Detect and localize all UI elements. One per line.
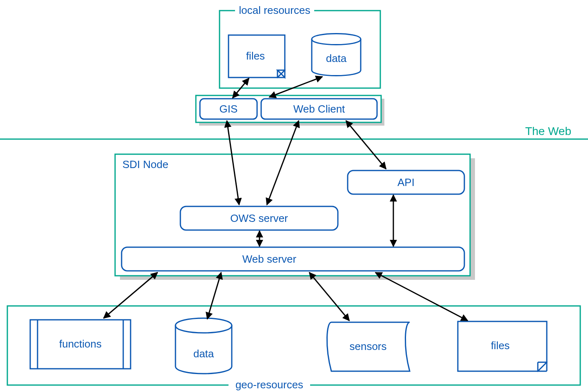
api-label: API [397,176,415,188]
data-top-label: data [326,52,347,64]
sdi-node-label: SDI Node [122,158,169,171]
geo-resources-label: geo-resources [235,379,303,391]
data-bot-node: data [175,318,232,374]
ows-server-label: OWS server [230,212,288,224]
local-resources-group: local resources files data [220,4,380,88]
web-server-label: Web server [242,253,297,265]
local-resources-label: local resources [239,4,311,16]
gis-label: GIS [220,103,238,115]
sensors-node: sensors [327,322,410,371]
the-web-label: The Web [525,125,571,137]
files-top-label: files [246,50,265,62]
web-client-label: Web Client [293,103,345,115]
data-top-node: data [312,34,361,76]
sdi-node-group: SDI Node API OWS server Web server [115,154,475,280]
files-top-node: files [229,35,285,78]
files-bot-node: files [458,321,547,371]
client-layer-group: GIS Web Client [196,95,384,126]
functions-node: functions [30,320,131,369]
data-bot-label: data [193,348,214,360]
sensors-label: sensors [349,340,386,352]
geo-resources-group: geo-resources functions data sensors fil… [7,306,580,392]
diagram-canvas: The Web local resources files data GIS W… [0,0,588,392]
arrow-data-client [269,77,322,97]
functions-label: functions [59,338,102,350]
files-bot-label: files [491,339,510,352]
